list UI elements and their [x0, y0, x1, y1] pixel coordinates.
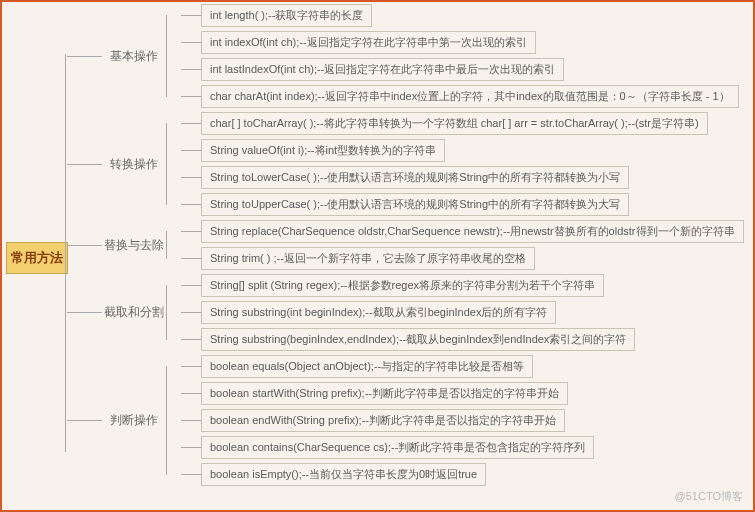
category-convert: 转换操作 char[ ] toCharArray( );--将此字符串转换为一个… [67, 110, 755, 218]
list-item: String toUpperCase( );--使用默认语言环境的规则将Stri… [181, 191, 708, 218]
bracket [166, 285, 181, 340]
method-box: boolean equals(Object anObject);--与指定的字符… [201, 355, 533, 378]
watermark: @51CTO博客 [675, 489, 743, 504]
list-item: String replace(CharSequence oldstr,CharS… [181, 218, 744, 245]
list-item: String substring(beginIndex,endIndex);--… [181, 326, 635, 353]
list-item: boolean isEmpty();--当前仅当字符串长度为0时返回true [181, 461, 594, 488]
connector [67, 312, 102, 313]
category-label: 判断操作 [102, 408, 166, 433]
bracket [166, 366, 181, 475]
bracket [166, 15, 181, 97]
method-box: boolean isEmpty();--当前仅当字符串长度为0时返回true [201, 463, 486, 486]
method-box: String valueOf(int i);--将int型数转换为的字符串 [201, 139, 445, 162]
connector [67, 164, 102, 165]
category-judge: 判断操作 boolean equals(Object anObject);--与… [67, 353, 755, 488]
list-item: String valueOf(int i);--将int型数转换为的字符串 [181, 137, 708, 164]
category-basic: 基本操作 int length( );--获取字符串的长度 int indexO… [67, 2, 755, 110]
list-item: String trim( ) ;--返回一个新字符串，它去除了原字符串收尾的空格 [181, 245, 744, 272]
item-list: String replace(CharSequence oldstr,CharS… [181, 218, 744, 272]
method-box: String toLowerCase( );--使用默认语言环境的规则将Stri… [201, 166, 629, 189]
method-box: int length( );--获取字符串的长度 [201, 4, 372, 27]
list-item: char[ ] toCharArray( );--将此字符串转换为一个字符数组 … [181, 110, 708, 137]
category-label: 替换与去除 [102, 233, 166, 258]
list-item: int length( );--获取字符串的长度 [181, 2, 739, 29]
list-item: int lastIndexOf(int ch);--返回指定字符在此字符串中最后… [181, 56, 739, 83]
method-box: boolean contains(CharSequence cs);--判断此字… [201, 436, 594, 459]
list-item: String toLowerCase( );--使用默认语言环境的规则将Stri… [181, 164, 708, 191]
method-box: int indexOf(int ch);--返回指定字符在此字符串中第一次出现的… [201, 31, 536, 54]
diagram-frame: 常用方法 基本操作 int length( );--获取字符串的长度 int i… [0, 0, 755, 512]
connector [67, 245, 102, 246]
list-item: int indexOf(int ch);--返回指定字符在此字符串中第一次出现的… [181, 29, 739, 56]
category-split: 截取和分割 String[] split (String regex);--根据… [67, 272, 755, 353]
method-box: int lastIndexOf(int ch);--返回指定字符在此字符串中最后… [201, 58, 564, 81]
item-list: boolean equals(Object anObject);--与指定的字符… [181, 353, 594, 488]
category-replace: 替换与去除 String replace(CharSequence oldstr… [67, 218, 755, 272]
list-item: boolean contains(CharSequence cs);--判断此字… [181, 434, 594, 461]
category-label: 转换操作 [102, 152, 166, 177]
connector [67, 56, 102, 57]
item-list: int length( );--获取字符串的长度 int indexOf(int… [181, 2, 739, 110]
category-label: 基本操作 [102, 44, 166, 69]
method-box: String replace(CharSequence oldstr,CharS… [201, 220, 744, 243]
method-box: char[ ] toCharArray( );--将此字符串转换为一个字符数组 … [201, 112, 708, 135]
item-list: String[] split (String regex);--根据参数rege… [181, 272, 635, 353]
list-item: boolean equals(Object anObject);--与指定的字符… [181, 353, 594, 380]
list-item: String[] split (String regex);--根据参数rege… [181, 272, 635, 299]
list-item: String substring(int beginIndex);--截取从索引… [181, 299, 635, 326]
method-box: boolean startWith(String prefix);--判断此字符… [201, 382, 568, 405]
bracket [166, 123, 181, 205]
list-item: boolean startWith(String prefix);--判断此字符… [181, 380, 594, 407]
category-container: 基本操作 int length( );--获取字符串的长度 int indexO… [67, 2, 755, 488]
root-node: 常用方法 [6, 242, 68, 274]
method-box: String substring(beginIndex,endIndex);--… [201, 328, 635, 351]
method-box: String substring(int beginIndex);--截取从索引… [201, 301, 556, 324]
method-box: String toUpperCase( );--使用默认语言环境的规则将Stri… [201, 193, 629, 216]
list-item: char charAt(int index);--返回字符串中index位置上的… [181, 83, 739, 110]
item-list: char[ ] toCharArray( );--将此字符串转换为一个字符数组 … [181, 110, 708, 218]
method-box: boolean endWith(String prefix);--判断此字符串是… [201, 409, 565, 432]
method-box: char charAt(int index);--返回字符串中index位置上的… [201, 85, 739, 108]
category-label: 截取和分割 [102, 300, 166, 325]
method-box: String[] split (String regex);--根据参数rege… [201, 274, 604, 297]
list-item: boolean endWith(String prefix);--判断此字符串是… [181, 407, 594, 434]
bracket [166, 231, 181, 259]
method-box: String trim( ) ;--返回一个新字符串，它去除了原字符串收尾的空格 [201, 247, 535, 270]
spine-line [65, 54, 66, 452]
connector [67, 420, 102, 421]
